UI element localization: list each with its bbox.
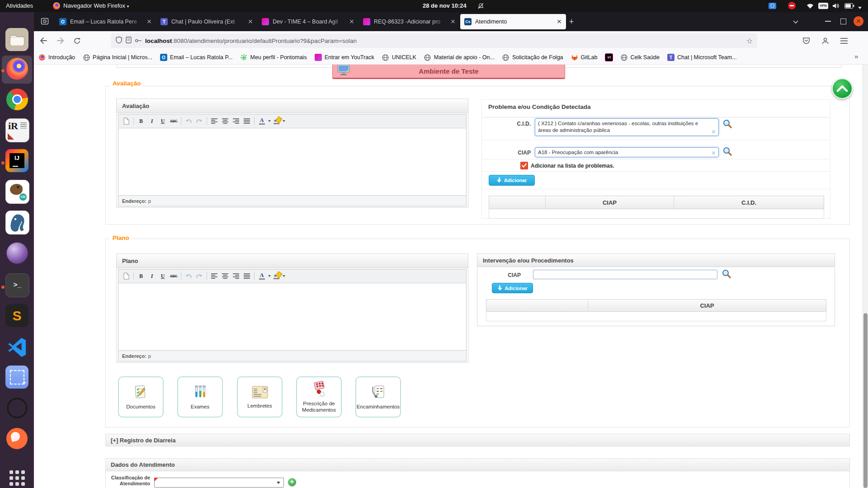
scroll-to-top-button[interactable] xyxy=(832,78,853,99)
add-to-problems-checkbox[interactable] xyxy=(520,162,528,169)
bookmark-youtrack[interactable]: Entrar em YouTrack xyxy=(315,54,374,61)
font-color-caret[interactable] xyxy=(268,120,271,122)
italic-button[interactable]: I xyxy=(147,116,157,126)
checkbox-label[interactable]: Adicionar na lista de problemas. xyxy=(531,163,614,169)
font-color-caret[interactable] xyxy=(268,275,271,277)
window-minimize-button[interactable] xyxy=(825,21,831,22)
align-left-icon[interactable] xyxy=(209,271,219,281)
underline-button[interactable]: U xyxy=(158,116,168,126)
redo-icon[interactable] xyxy=(194,271,204,281)
adicionar-button[interactable]: Adicionar xyxy=(492,283,533,293)
dock-item-chrome[interactable] xyxy=(0,88,34,115)
dock-item-ireport[interactable]: iR xyxy=(0,118,34,145)
new-document-icon[interactable] xyxy=(121,116,131,126)
tab-atendimento[interactable]: Cs Atendimento xyxy=(460,14,566,29)
menu-icon[interactable] xyxy=(838,35,850,47)
cid-field[interactable]: ( X212 ) Contato c/aranhas venenosas - e… xyxy=(535,118,719,136)
tab-teams-chat[interactable]: T Chat | Paulo Oliveira (Ext xyxy=(156,14,257,29)
bookmark-solicitacao-folga[interactable]: Solicitação de Folga xyxy=(502,54,563,61)
bookmark-youtrack-badge[interactable]: YT xyxy=(605,53,616,61)
window-close-button[interactable] xyxy=(854,16,863,26)
redo-icon[interactable] xyxy=(194,116,204,126)
registro-diarreia-header[interactable]: [+] Registro de Diarreia xyxy=(105,434,850,446)
dock-item-vscode[interactable] xyxy=(0,335,34,362)
tab-close-icon[interactable] xyxy=(449,18,457,26)
dock-item-files[interactable] xyxy=(0,28,34,55)
permissions-icon[interactable] xyxy=(135,38,142,44)
align-center-icon[interactable] xyxy=(220,271,230,281)
new-document-icon[interactable] xyxy=(121,271,131,281)
font-color-button[interactable]: A xyxy=(257,116,267,126)
list-all-tabs-icon[interactable] xyxy=(793,18,799,26)
page-scrollbar-thumb[interactable] xyxy=(863,313,868,488)
pocket-icon[interactable] xyxy=(800,35,812,47)
dock-item-postman[interactable] xyxy=(0,427,34,454)
url-bar[interactable]: localhost:8080/atendimento/prontuario/de… xyxy=(111,33,757,48)
bookmark-pontomais[interactable]: Meu perfil - Pontomais xyxy=(241,54,307,61)
bookmark-introducao[interactable]: Introdução xyxy=(38,54,75,61)
strikethrough-button[interactable]: ABC xyxy=(169,116,179,126)
align-justify-icon[interactable] xyxy=(242,271,252,281)
firefox-view-icon[interactable] xyxy=(40,17,50,27)
lembretes-button[interactable]: Lembretes xyxy=(237,376,283,418)
tracking-shield-icon[interactable] xyxy=(115,36,123,45)
page-info-icon[interactable] xyxy=(126,37,132,45)
align-right-icon[interactable] xyxy=(231,116,241,126)
app-menu[interactable]: Navegador Web Firefox ▾ xyxy=(63,2,129,9)
highlight-caret[interactable] xyxy=(283,120,285,122)
add-classificacao-icon[interactable]: + xyxy=(288,478,296,486)
account-icon[interactable] xyxy=(819,35,831,47)
align-right-icon[interactable] xyxy=(231,271,241,281)
align-justify-icon[interactable] xyxy=(242,116,252,126)
bookmarks-overflow-chevron[interactable]: » xyxy=(854,52,858,60)
tab-close-icon[interactable] xyxy=(555,18,563,26)
reload-button[interactable] xyxy=(71,35,83,47)
bookmark-email[interactable]: O Email – Lucas Ratola P... xyxy=(160,54,233,61)
exames-button[interactable]: Exames xyxy=(177,376,223,418)
align-left-icon[interactable] xyxy=(209,116,219,126)
editor-content-area[interactable] xyxy=(118,283,466,350)
forward-button[interactable] xyxy=(55,35,66,47)
documentos-button[interactable]: Documentos xyxy=(118,376,164,418)
undo-icon[interactable] xyxy=(184,116,193,126)
classificacao-select[interactable] xyxy=(154,478,284,488)
adicionar-button[interactable]: Adicionar xyxy=(489,175,535,186)
strikethrough-button[interactable]: ABC xyxy=(169,271,179,281)
bookmark-pagina-inicial[interactable]: Página Inicial | Micros... xyxy=(83,54,152,61)
tab-email[interactable]: O Email – Lucas Ratola Pere xyxy=(55,14,156,29)
font-color-button[interactable]: A xyxy=(257,271,267,281)
back-button[interactable] xyxy=(38,35,49,47)
clear-icon[interactable] xyxy=(712,151,716,155)
bookmark-star-icon[interactable]: ☆ xyxy=(746,37,753,45)
ciap-search-icon[interactable] xyxy=(722,146,732,158)
bookmark-unicelk[interactable]: UNICELK xyxy=(382,54,416,61)
encaminhamentos-button[interactable]: Encaminhamentos xyxy=(355,376,401,418)
bookmark-gitlab[interactable]: GitLab xyxy=(571,54,598,61)
intervencao-ciap-search-icon[interactable] xyxy=(722,269,731,281)
underline-button[interactable]: U xyxy=(158,271,168,281)
dock-item-firefox[interactable] xyxy=(0,57,34,84)
dock-item-dbeaver[interactable]: CE xyxy=(0,180,34,207)
window-maximize-button[interactable] xyxy=(840,19,846,24)
clear-icon[interactable] xyxy=(712,130,716,134)
highlight-button[interactable]: ab xyxy=(271,271,281,281)
chevron-down-icon[interactable] xyxy=(858,4,862,11)
dock-item-sublime[interactable]: S xyxy=(0,304,34,331)
cid-search-icon[interactable] xyxy=(722,119,732,131)
tab-close-icon[interactable] xyxy=(145,18,153,26)
intervencao-ciap-input[interactable] xyxy=(533,270,717,279)
undo-icon[interactable] xyxy=(184,271,193,281)
bookmark-material-apoio[interactable]: Material de apoio - On... xyxy=(424,54,495,61)
bold-button[interactable]: B xyxy=(136,116,146,126)
tab-youtrack-req[interactable]: REQ-86323 -Adicionar pro xyxy=(359,14,460,29)
bookmark-teams-chat[interactable]: T Chat | Microsoft Team... xyxy=(667,54,737,61)
tab-youtrack-board[interactable]: Dev - TIME 4 – Board Agil xyxy=(258,14,359,29)
editor-content-area[interactable] xyxy=(118,128,466,195)
clock[interactable]: 28 de nov 10:24 xyxy=(423,2,467,9)
align-center-icon[interactable] xyxy=(220,116,230,126)
page-scrollbar-track[interactable] xyxy=(863,64,868,488)
bookmark-celk-saude[interactable]: Celk Saúde xyxy=(620,54,660,61)
dock-item-screenshot[interactable]: + xyxy=(0,366,34,393)
new-tab-button[interactable]: + xyxy=(566,16,577,28)
dock-item-camera[interactable] xyxy=(0,396,34,423)
